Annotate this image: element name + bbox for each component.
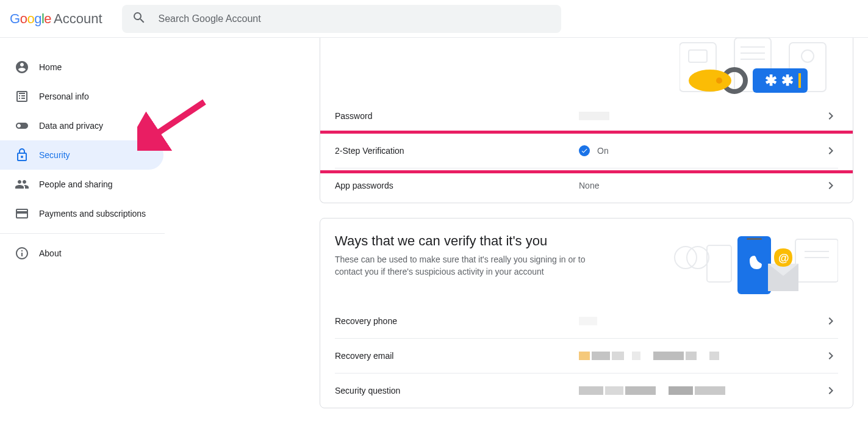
account-label: Account [54, 11, 102, 27]
info-icon [15, 246, 29, 261]
sidebar-item-label: Personal info [39, 92, 89, 101]
search-input[interactable] [159, 13, 551, 24]
sidebar-item-label: Payments and subscriptions [39, 209, 146, 218]
row-password[interactable]: Password [320, 99, 853, 133]
card-icon [15, 206, 29, 221]
svg-rect-23 [747, 238, 762, 240]
svg-point-16 [675, 247, 697, 269]
id-card-icon [15, 89, 29, 104]
row-label: App passwords [335, 181, 579, 190]
chevron-right-icon [823, 348, 838, 363]
lock-icon [15, 148, 29, 162]
google-logo: Google [10, 11, 51, 27]
app-header: Google Account [0, 0, 868, 38]
row-value: On [579, 145, 823, 156]
row-recovery-email[interactable]: Recovery email [320, 339, 853, 373]
logo-area[interactable]: Google Account [10, 11, 102, 27]
chevron-right-icon [823, 178, 838, 193]
svg-text:@: @ [778, 252, 789, 264]
row-2step-verification[interactable]: 2-Step Verification On [320, 134, 853, 168]
verify-illustration: @ [667, 233, 838, 294]
sidebar-item-label: About [39, 248, 62, 258]
verify-card: Ways that we can verify that it's you Th… [320, 218, 853, 408]
people-icon [15, 177, 29, 192]
sidebar-item-people-sharing[interactable]: People and sharing [0, 170, 163, 199]
row-label: 2-Step Verification [335, 146, 579, 156]
sidebar-item-data-privacy[interactable]: Data and privacy [0, 111, 163, 140]
sidebar-item-security[interactable]: Security [0, 140, 163, 170]
svg-point-9 [802, 50, 814, 62]
card-subtitle: These can be used to make sure that it's… [335, 254, 603, 278]
sidebar-item-label: Security [39, 150, 70, 160]
svg-rect-19 [795, 239, 838, 282]
row-label: Security question [335, 386, 579, 395]
sidebar-item-label: Data and privacy [39, 121, 103, 131]
svg-text:✱ ✱: ✱ ✱ [765, 72, 794, 88]
svg-rect-18 [707, 245, 731, 282]
row-label: Password [335, 111, 579, 121]
card-title: Ways that we can verify that it's you [335, 233, 603, 249]
sidebar: Home Personal info Data and privacy Secu… [0, 38, 171, 423]
row-app-passwords[interactable]: App passwords None [320, 168, 853, 203]
row-value [579, 112, 823, 120]
svg-point-17 [687, 247, 709, 269]
row-label: Recovery email [335, 351, 579, 361]
sidebar-item-label: Home [39, 62, 62, 72]
home-icon [15, 60, 29, 74]
search-bar[interactable] [122, 5, 561, 33]
svg-rect-3 [689, 50, 707, 62]
row-value [579, 386, 823, 395]
toggle-icon [15, 118, 29, 133]
chevron-right-icon [823, 314, 838, 328]
sidebar-item-payments[interactable]: Payments and subscriptions [0, 199, 163, 228]
row-recovery-phone[interactable]: Recovery phone [320, 304, 853, 338]
sidebar-item-label: People and sharing [39, 179, 113, 189]
svg-rect-15 [798, 73, 801, 88]
row-value [579, 317, 823, 325]
chevron-right-icon [823, 143, 838, 158]
search-icon [132, 10, 146, 27]
row-label: Recovery phone [335, 316, 579, 326]
signin-card: ✱ ✱ Password 2-Step Verification [320, 38, 853, 203]
row-security-question[interactable]: Security question [320, 374, 853, 408]
main-content: ✱ ✱ Password 2-Step Verification [305, 38, 868, 423]
chevron-right-icon [823, 383, 838, 398]
row-value: None [579, 181, 823, 190]
row-value [579, 352, 823, 360]
sidebar-divider [0, 233, 165, 234]
signin-illustration: ✱ ✱ [680, 38, 838, 99]
sidebar-item-personal-info[interactable]: Personal info [0, 82, 163, 111]
chevron-right-icon [823, 109, 838, 123]
sidebar-item-home[interactable]: Home [0, 52, 163, 82]
sidebar-item-about[interactable]: About [0, 239, 163, 268]
svg-point-11 [689, 70, 731, 92]
check-icon [579, 145, 590, 156]
svg-point-12 [716, 78, 722, 84]
